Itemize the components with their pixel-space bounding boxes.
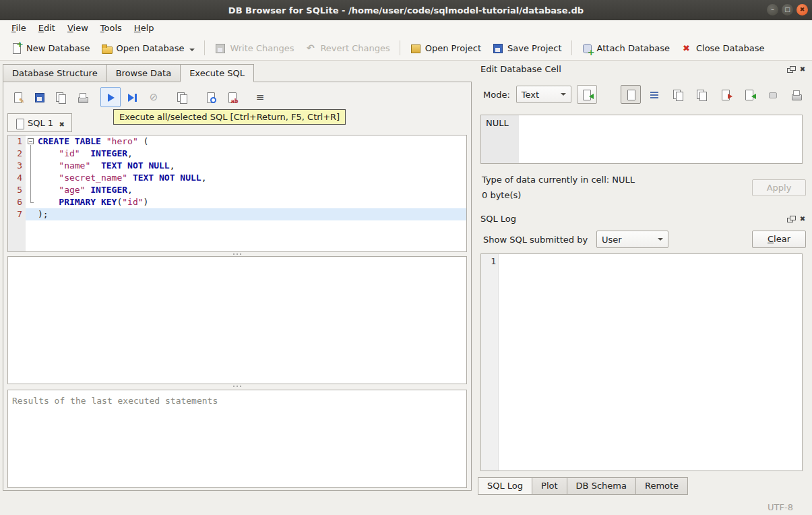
execute-sql-panel: ⊘ ≡ SQL 1 ✖ − 1CREATE TABLE "hero" (2 "i… — [3, 82, 472, 491]
editor-line[interactable]: 2 "id" INTEGER, — [8, 148, 466, 160]
open-project-icon — [410, 42, 421, 54]
edit-cell-dock-header: Edit Database Cell ✖ — [475, 62, 807, 75]
revert-changes-icon: ↶ — [305, 42, 316, 54]
sql-toolbar: ⊘ ≡ — [7, 85, 272, 109]
window-title: DB Browser for SQLite - /home/user/code/… — [228, 5, 584, 16]
mode-select[interactable]: Text — [516, 86, 571, 103]
save-project-button[interactable]: Save Project — [487, 39, 567, 57]
tab-execute-sql[interactable]: Execute SQL — [180, 64, 254, 82]
main-toolbar: New Database Open Database Write Changes… — [0, 36, 812, 61]
sql-log-filter-select[interactable]: User — [596, 231, 668, 248]
set-null-icon — [767, 89, 778, 100]
write-changes-button: Write Changes — [209, 39, 299, 57]
float-dock-icon[interactable] — [786, 64, 795, 73]
close-icon[interactable] — [797, 4, 808, 16]
attach-database-button[interactable]: Attach Database — [576, 39, 675, 57]
splitter-handle[interactable] — [7, 384, 467, 388]
log-line-number: 1 — [481, 256, 496, 266]
tab-sql-log[interactable]: SQL Log — [478, 477, 532, 495]
export-results-icon — [177, 92, 188, 103]
editor-line[interactable]: 4 "secret_name" TEXT NOT NULL, — [8, 172, 466, 184]
sql-log-title: SQL Log — [480, 214, 516, 224]
menu-help[interactable]: Help — [128, 22, 160, 34]
sql-log-view[interactable]: 1 — [480, 253, 803, 471]
format-icon: ≡ — [255, 92, 266, 103]
sql-editor-tab[interactable]: SQL 1 ✖ — [7, 113, 72, 132]
fold-marker-icon[interactable]: − — [28, 138, 34, 144]
menu-edit[interactable]: Edit — [32, 22, 61, 34]
paste-icon — [696, 89, 708, 100]
close-dock-icon[interactable]: ✖ — [798, 214, 807, 223]
line-number: 6 — [8, 196, 26, 208]
print-cell-button[interactable] — [786, 85, 806, 104]
tab-database-structure[interactable]: Database Structure — [3, 64, 107, 82]
close-dock-icon[interactable]: ✖ — [798, 64, 807, 73]
clear-log-button[interactable]: Clear — [752, 231, 806, 248]
word-wrap-icon — [649, 89, 660, 100]
word-wrap-button[interactable] — [644, 85, 664, 104]
export-cell-button[interactable] — [715, 85, 735, 104]
execute-all-button[interactable] — [100, 87, 121, 107]
menu-tools[interactable]: Tools — [94, 22, 128, 34]
main-tab-bar: Database Structure Browse Data Execute S… — [3, 64, 253, 82]
stop-button: ⊘ — [144, 87, 164, 107]
import-icon — [743, 89, 755, 100]
new-database-button[interactable]: New Database — [5, 39, 96, 57]
text-mode-button[interactable] — [621, 85, 641, 104]
open-project-button[interactable]: Open Project — [404, 39, 487, 57]
minimize-icon[interactable] — [767, 4, 778, 16]
maximize-icon[interactable] — [782, 4, 793, 16]
export-results-button[interactable] — [172, 87, 192, 107]
execution-log[interactable]: Results of the last executed statements — [7, 390, 467, 488]
paste-button[interactable] — [691, 85, 712, 104]
tab-remote[interactable]: Remote — [635, 477, 688, 495]
print-icon — [790, 89, 802, 100]
tab-plot[interactable]: Plot — [532, 477, 567, 495]
format-sql-button[interactable]: ≡ — [250, 87, 270, 107]
menu-view[interactable]: View — [61, 22, 94, 34]
editor-line[interactable]: 6 PRIMARY KEY("id") — [8, 196, 466, 208]
close-database-button[interactable]: ✖ Close Database — [675, 39, 770, 57]
import-cell-data-button[interactable] — [577, 85, 597, 104]
editor-line[interactable]: 1CREATE TABLE "hero" ( — [8, 135, 466, 148]
line-number: 7 — [8, 208, 26, 220]
editor-line[interactable]: 5 "age" INTEGER, — [8, 184, 466, 196]
set-null-button[interactable] — [762, 85, 782, 104]
editor-line[interactable]: 3 "name" TEXT NOT NULL, — [8, 160, 466, 172]
encoding-indicator[interactable]: UTF-8 — [768, 502, 793, 512]
execute-line-icon — [127, 92, 138, 103]
results-grid[interactable] — [7, 256, 467, 384]
execute-line-button[interactable] — [122, 87, 142, 107]
cell-value: NULL — [486, 118, 509, 128]
line-number: 3 — [8, 160, 26, 172]
close-tab-icon[interactable]: ✖ — [58, 119, 65, 127]
save-sql-file-button[interactable] — [29, 87, 49, 107]
chevron-down-icon — [561, 93, 566, 96]
tooltip: Execute all/selected SQL [Ctrl+Return, F… — [113, 109, 346, 125]
import-cell-button[interactable] — [739, 85, 759, 104]
cell-toolbar — [621, 85, 806, 104]
tab-db-schema[interactable]: DB Schema — [567, 477, 636, 495]
line-number: 1 — [8, 135, 26, 148]
print-sql-button[interactable] — [72, 87, 92, 107]
titlebar: DB Browser for SQLite - /home/user/code/… — [0, 0, 812, 20]
find-button[interactable] — [200, 87, 220, 107]
editor-line[interactable]: 7); — [8, 208, 466, 220]
cell-value-editor[interactable]: NULL — [480, 115, 803, 164]
fold-guide-line — [30, 145, 31, 202]
text-document-icon — [625, 89, 637, 100]
replace-button[interactable] — [222, 87, 242, 107]
save-sql-as-button[interactable] — [51, 87, 71, 107]
line-number: 5 — [8, 184, 26, 196]
open-database-button[interactable]: Open Database — [96, 39, 201, 57]
line-number: 2 — [8, 148, 26, 160]
chevron-down-icon[interactable] — [189, 49, 195, 51]
window-controls — [767, 4, 808, 16]
float-dock-icon[interactable] — [786, 214, 795, 223]
menu-file[interactable]: File — [5, 22, 32, 34]
tab-browse-data[interactable]: Browse Data — [106, 64, 181, 82]
open-sql-file-button[interactable] — [7, 87, 28, 107]
copy-button[interactable] — [668, 85, 688, 104]
import-icon — [581, 89, 592, 100]
sql-editor[interactable]: − 1CREATE TABLE "hero" (2 "id" INTEGER,3… — [7, 135, 467, 252]
